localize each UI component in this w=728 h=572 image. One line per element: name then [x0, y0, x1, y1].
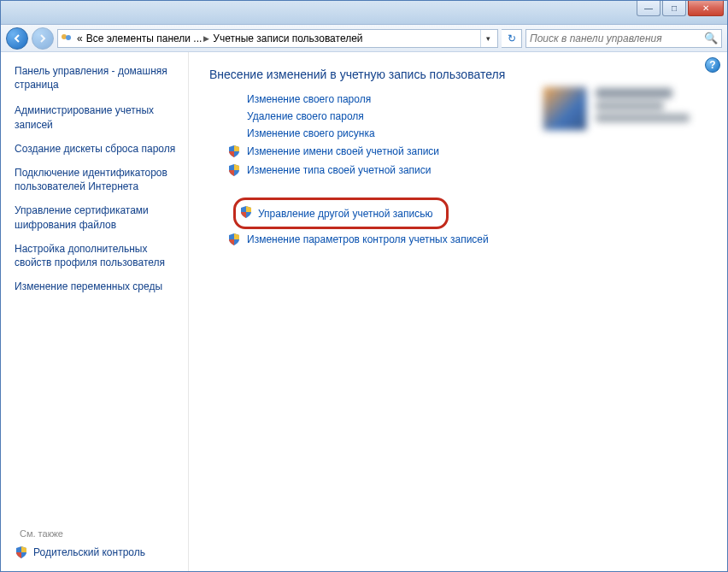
body-pane: Панель управления - домашняя страница Ад… [1, 52, 727, 571]
shield-icon [15, 545, 28, 559]
control-panel-home-link[interactable]: Панель управления - домашняя страница [15, 64, 176, 91]
sidebar-item-advanced-profile[interactable]: Настройка дополнительных свойств профиля… [15, 242, 176, 269]
page-title: Внесение изменений в учетную запись поль… [209, 68, 710, 81]
shield-icon [226, 233, 242, 246]
shield-icon [226, 163, 242, 177]
breadcrumb-item-1[interactable]: Все элементы панели ... ▶ [86, 32, 210, 44]
window-controls: — □ ✕ [637, 1, 724, 16]
breadcrumb-item-2[interactable]: Учетные записи пользователей [213, 32, 362, 44]
location-icon [60, 32, 73, 45]
task-link-label: Изменение имени своей учетной записи [247, 145, 439, 157]
sidebar-item-manage-accounts[interactable]: Администрирование учетных записей [15, 103, 176, 131]
sidebar-item-link-online-ids[interactable]: Подключение идентификаторов пользователе… [15, 166, 176, 193]
breadcrumb-dropdown[interactable]: ▾ [480, 30, 496, 47]
task-link-label: Удаление своего пароля [247, 110, 364, 122]
minimize-button[interactable]: — [637, 1, 660, 16]
chevron-right-icon: ▶ [203, 34, 209, 43]
see-also-label: См. также [20, 528, 176, 539]
task-change-account-name[interactable]: Изменение имени своей учетной записи [226, 144, 710, 158]
search-box: 🔍 [525, 29, 722, 48]
breadcrumb-item-1-label: Все элементы панели ... [86, 32, 203, 44]
close-button[interactable]: ✕ [688, 1, 724, 16]
breadcrumb-prefix: « [77, 32, 83, 44]
search-input[interactable] [530, 32, 704, 44]
search-icon[interactable]: 🔍 [704, 32, 718, 44]
window-frame: — □ ✕ « Все элементы панели ... ▶ Учетны… [0, 0, 728, 572]
sidebar-spacer [15, 304, 176, 522]
avatar [543, 86, 587, 131]
user-account-card [543, 86, 713, 141]
forward-button[interactable] [32, 27, 54, 50]
maximize-button[interactable]: □ [662, 1, 686, 16]
main-content: ? Внесение изменений в учетную запись по… [189, 52, 727, 571]
user-info-blurred [596, 86, 690, 141]
task-link-label: Изменение своего рисунка [247, 127, 375, 139]
sidebar-item-parental-controls[interactable]: Родительский контроль [15, 545, 176, 564]
task-link-label: Управление другой учетной записью [258, 208, 432, 220]
sidebar: Панель управления - домашняя страница Ад… [1, 52, 189, 571]
sidebar-item-env-vars[interactable]: Изменение переменных среды [15, 280, 176, 293]
task-link-label: Изменение параметров контроля учетных за… [247, 233, 489, 245]
task-change-uac-settings[interactable]: Изменение параметров контроля учетных за… [226, 233, 710, 246]
svg-point-0 [62, 34, 67, 39]
back-button[interactable] [6, 27, 28, 50]
breadcrumb-bar[interactable]: « Все элементы панели ... ▶ Учетные запи… [57, 29, 498, 48]
task-change-account-type[interactable]: Изменение типа своей учетной записи [226, 163, 710, 177]
task-link-label: Изменение типа своей учетной записи [247, 164, 431, 176]
sidebar-item-password-reset-disk[interactable]: Создание дискеты сброса пароля [15, 142, 176, 156]
refresh-button[interactable]: ↻ [502, 29, 522, 48]
address-bar-row: « Все элементы панели ... ▶ Учетные запи… [1, 25, 727, 52]
shield-icon [239, 205, 253, 221]
sidebar-item-manage-certs[interactable]: Управление сертификатами шифрования файл… [15, 203, 176, 231]
sidebar-item-parental-controls-label: Родительский контроль [33, 546, 145, 558]
titlebar: — □ ✕ [1, 1, 727, 25]
highlighted-task-manage-other-account[interactable]: Управление другой учетной записью [233, 198, 449, 229]
svg-point-1 [66, 35, 71, 40]
shield-icon [226, 144, 242, 158]
help-button[interactable]: ? [705, 57, 720, 73]
breadcrumb-item-2-label: Учетные записи пользователей [213, 32, 362, 44]
task-link-label: Изменение своего пароля [247, 93, 371, 105]
